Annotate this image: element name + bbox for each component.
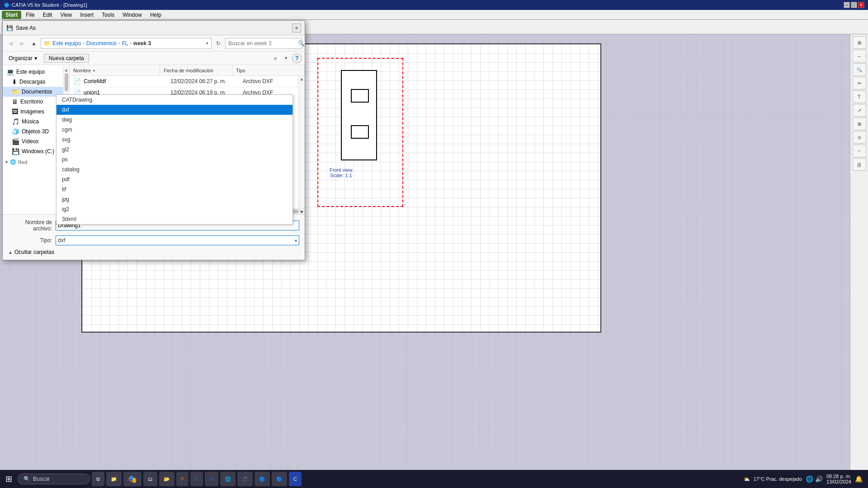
dropdown-item-dwg[interactable]: dwg [57,115,292,125]
menu-file[interactable]: File [22,11,38,19]
menu-view[interactable]: View [57,11,75,19]
tree-item-3[interactable]: 🖥 Escritorio [3,97,63,107]
rtb-btn-7[interactable]: ⊞ [853,117,866,130]
tree-expand-icon[interactable]: ▼ [5,160,9,164]
dropdown-item-dxf[interactable]: dxf [57,105,292,115]
col-header-fecha[interactable]: Fecha de modificación [160,65,232,75]
taskbar-app-excel[interactable]: X [190,472,203,486]
file-date-0: 12/02/2024 06:27 p. m. [170,78,243,84]
taskbar-app-powerpoint[interactable]: P [176,472,189,486]
taskbar-app-chrome[interactable]: 🔵 [255,472,270,486]
taskbar-app-explorer[interactable]: 📂 [159,472,175,486]
rtb-btn-5[interactable]: T [853,90,866,103]
dropdown-item-pdf[interactable]: pdf [57,174,292,184]
tree-item-5[interactable]: 🎵 Música [3,117,63,127]
task-view-button[interactable]: ⧉ [92,472,104,486]
menu-tools[interactable]: Tools [98,11,118,19]
tray-volume[interactable]: 🔊 [815,475,823,483]
nav-up-button[interactable]: ▲ [29,38,39,48]
tree-item-2[interactable]: 📁 Documentos [3,87,63,97]
rtb-btn-6[interactable]: ↗ [853,104,866,117]
taskbar-app-edge[interactable]: 🌐 [220,472,236,486]
dropdown-item-gl2[interactable]: gl2 [57,145,292,155]
dropdown-item-catdrawing[interactable]: CATDrawing [57,95,292,105]
file-vscroll-up[interactable]: ▲ [300,77,304,81]
tree-item-6[interactable]: 🧊 Objetos 3D [3,127,63,136]
view-list-button[interactable]: ≡ [270,53,280,63]
rtb-btn-9[interactable]: ~ [853,145,866,157]
rtb-btn-3[interactable]: 🔍 [853,63,866,76]
dropdown-item-jpg[interactable]: jpg [57,194,292,204]
title-bar: 🔷 CATIA V5 for Student - [Drawing1] ─ □ … [0,0,868,10]
dialog-footer: Nombre de archivo: Tipo: dxf ▾ CATDrawin… [3,214,305,260]
maximize-button[interactable]: □ [851,2,857,8]
type-select[interactable]: dxf ▾ [56,235,299,245]
tray-network[interactable]: 🌐 [806,475,813,483]
view-dropdown-button[interactable]: ▾ [281,53,291,63]
type-dropdown-arrow: ▾ [295,238,297,243]
taskbar-app-word[interactable]: W [205,472,218,486]
taskbar-search-box[interactable]: 🔍 Buscar [18,474,90,484]
bc-part-2[interactable]: Documentos [86,40,117,47]
nav-refresh-button[interactable]: ↻ [213,38,223,48]
taskbar-app-spotify[interactable]: 🎵 [237,472,253,486]
start-button[interactable]: ⊞ [2,472,16,486]
menu-start[interactable]: Start [2,11,21,19]
rtb-btn-10[interactable]: ||| [853,158,866,171]
taskbar-app-files[interactable]: 📁 [106,472,122,486]
minimize-button[interactable]: ─ [844,2,850,8]
dropdown-item-ps[interactable]: ps [57,155,292,164]
rtb-btn-8[interactable]: ⊙ [853,131,866,144]
tree-item-7[interactable]: 🎬 Vídeos [3,136,63,146]
nav-forward-button[interactable]: ▶ [17,38,27,48]
tree-item-0[interactable]: 💻 Este equipo [3,67,63,77]
menu-help[interactable]: Help [146,11,165,19]
menu-window[interactable]: Window [119,11,146,19]
rtb-btn-2[interactable]: ↔ [853,50,866,62]
bc-sep-3: › [130,41,131,46]
tree-item-1[interactable]: ⬇ Descargas [3,77,63,87]
organizar-button[interactable]: Organizar ▾ [5,54,40,63]
network-icon: 🌐 [10,159,16,165]
dropdown-item-catalog[interactable]: catalog [57,164,292,174]
dropdown-item-3dxml[interactable]: 3dxml [57,214,292,224]
save-as-dialog: 💾 Save As × ◀ ▶ ▲ 📁 Este equipo › Docume… [2,20,305,260]
col-header-tipo[interactable]: Tipo [232,65,305,75]
dialog-close-button[interactable]: × [292,23,301,33]
nav-back-button[interactable]: ◀ [5,38,15,48]
clock[interactable]: 08:28 p. m. 13/02/2024 [826,474,851,484]
taskbar-app-vscode[interactable]: 🔵 [272,472,287,486]
rtb-btn-1[interactable]: ⊞ [853,36,866,49]
col-header-nombre[interactable]: Nombre ▲ [70,65,160,75]
vscroll-up[interactable]: ▲ [64,68,68,72]
rtb-btn-4[interactable]: ✏ [853,77,866,89]
nueva-carpeta-button[interactable]: Nueva carpeta [44,54,89,63]
vscroll-thumb[interactable] [65,73,68,91]
bc-part-3[interactable]: FL [122,40,128,47]
help-button[interactable]: ? [292,53,302,63]
menu-edit[interactable]: Edit [39,11,56,19]
file-list-vscroll[interactable]: ▲ [298,76,305,208]
ocultar-icon[interactable]: ▲ [8,250,13,255]
tree-icon-4: 🖼 [12,108,18,115]
dropdown-item-ig2[interactable]: ig2 [57,204,292,214]
menu-insert[interactable]: Insert [76,11,97,19]
ocultar-label[interactable]: Ocultar carpetas [14,249,54,255]
taskbar-right: ⛅ 17°C Prac. despejado 🌐 🔊 08:28 p. m. 1… [744,474,866,484]
file-item-0[interactable]: 📄 CorteMdf 12/02/2024 06:27 p. m. Archiv… [70,76,298,87]
bc-part-1[interactable]: Este equipo [52,40,81,47]
taskbar-app-tasks[interactable]: 🗂 [143,472,157,486]
bc-dropdown[interactable]: ▾ [206,41,208,46]
dropdown-item-cgm[interactable]: cgm [57,125,292,135]
close-button[interactable]: ✕ [858,2,864,8]
tree-item-4[interactable]: 🖼 Imágenes [3,107,63,117]
search-input[interactable] [228,40,296,47]
tree-label-4: Imágenes [20,108,44,115]
tree-item-8[interactable]: 💾 Windows (C:) [3,146,63,156]
taskbar-app-catia[interactable]: C [289,472,302,486]
dropdown-item-svg[interactable]: svg [57,135,292,145]
notifications-icon[interactable]: 🔔 [855,475,863,483]
taskbar-app-mardi-gras[interactable]: 🎭 [123,472,142,486]
dropdown-item-tif[interactable]: tif [57,184,292,194]
hscroll-right[interactable]: ▶ [301,209,304,214]
